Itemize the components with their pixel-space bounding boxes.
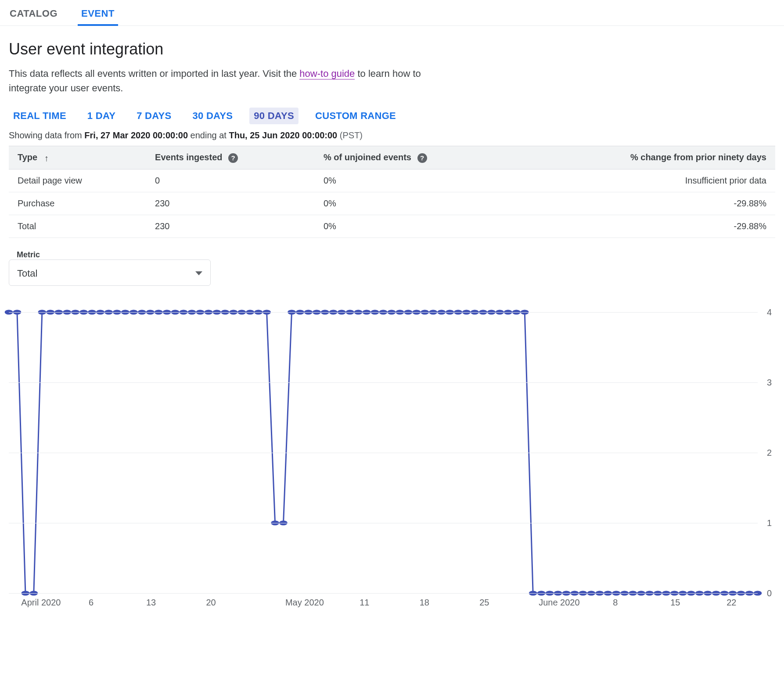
y-tick-label: 2 [767,447,772,458]
grid-line [9,453,758,453]
help-icon[interactable]: ? [228,153,238,163]
x-tick-label: 15 [670,598,680,608]
sort-asc-icon: ↑ [44,154,49,162]
table-row: Purchase2300%-29.88% [9,192,775,215]
table-row: Total2300%-29.88% [9,215,775,238]
y-tick-label: 0 [767,588,772,598]
x-tick-label: May 2020 [285,598,324,608]
tab-event[interactable]: EVENT [80,4,115,25]
x-tick-label: 8 [613,598,618,608]
x-tick-label: 11 [360,598,369,608]
tab-catalog[interactable]: CATALOG [9,4,58,25]
y-tick-label: 4 [767,307,772,317]
page-title: User event integration [9,40,775,58]
col-ingested[interactable]: Events ingested ? [146,146,315,169]
top-tabs: CATALOGEVENT [0,0,784,26]
howto-link[interactable]: how-to guide [299,68,355,79]
grid-line [9,523,758,523]
metric-label: Metric [15,250,42,259]
metric-select[interactable]: Total [9,259,211,286]
range-1-day[interactable]: 1 DAY [83,108,120,124]
time-range-row: REAL TIME1 DAY7 DAYS30 DAYS90 DAYSCUSTOM… [9,108,775,124]
x-tick-label: 20 [206,598,216,608]
y-tick-label: 1 [767,518,772,528]
events-table: Type ↑ Events ingested ? % of unjoined e… [9,146,775,238]
range-30-days[interactable]: 30 DAYS [188,108,237,124]
help-icon[interactable]: ? [417,153,427,163]
col-type[interactable]: Type ↑ [9,146,146,169]
range-custom-range[interactable]: CUSTOM RANGE [311,108,400,124]
x-tick-label: 18 [420,598,429,608]
grid-line [9,312,758,313]
y-tick-label: 3 [767,377,772,387]
grid-line [9,382,758,383]
range-7-days[interactable]: 7 DAYS [132,108,176,124]
chevron-down-icon [195,271,202,275]
col-unjoined[interactable]: % of unjoined events ? [315,146,518,169]
x-tick-label: 25 [479,598,489,608]
range-90-days[interactable]: 90 DAYS [249,108,298,124]
page-description: This data reflects all events written or… [9,66,439,95]
table-row: Detail page view00%Insufficient prior da… [9,169,775,192]
x-tick-label: 13 [146,598,156,608]
col-change[interactable]: % change from prior ninety days [518,146,775,169]
x-tick-label: April 2020 [21,598,61,608]
events-chart: 01234 [9,312,758,593]
x-tick-label: June 2020 [539,598,579,608]
showing-data-text: Showing data from Fri, 27 Mar 2020 00:00… [9,130,775,141]
grid-line [9,593,758,594]
x-tick-label: 22 [726,598,736,608]
x-tick-label: 6 [89,598,94,608]
range-real-time[interactable]: REAL TIME [9,108,71,124]
